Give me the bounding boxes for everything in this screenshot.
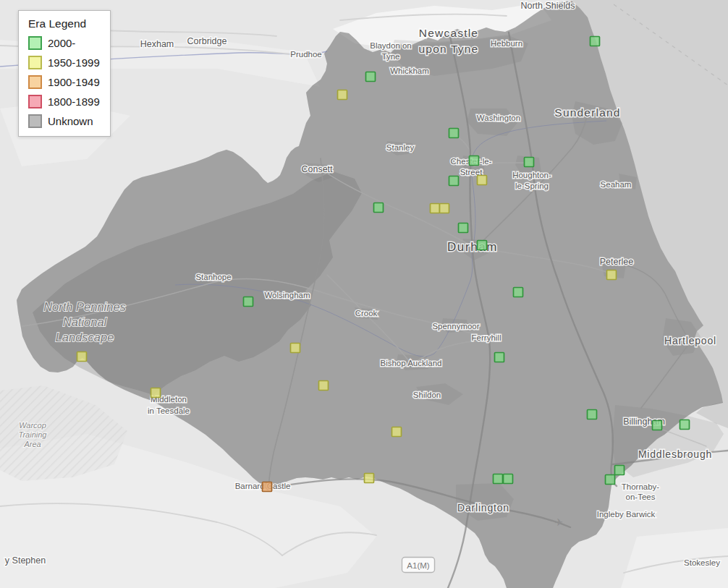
place-label-whickham: Whickham [390,67,429,75]
place-label-washington: Washington [477,114,520,122]
era-marker[interactable] [615,466,625,475]
legend-swatch-1950s [28,56,42,69]
era-marker[interactable] [431,204,440,213]
era-marker[interactable] [588,410,597,419]
place-label-ferryhill: Ferryhill [472,333,501,342]
era-marker[interactable] [494,474,503,484]
legend-swatch-unknown [28,114,42,128]
era-marker[interactable] [449,176,459,186]
era-marker[interactable] [440,204,449,213]
era-marker[interactable] [591,37,600,46]
era-marker[interactable] [470,156,479,166]
era-marker[interactable] [504,474,513,484]
era-marker[interactable] [607,270,617,280]
era-marker[interactable] [514,288,523,297]
era-marker[interactable] [291,344,300,353]
place-label-middlesbrough: Middlesbrough [638,448,712,460]
legend-row-1900s: 1900-1949 [28,75,104,89]
era-marker[interactable] [392,427,402,437]
place-label-durham: Durham [447,240,498,254]
era-marker[interactable] [365,474,374,483]
place-label-hexham: Hexham [140,39,174,49]
era-marker[interactable] [449,129,459,138]
era-marker[interactable] [525,158,534,167]
era-marker[interactable] [478,241,487,250]
place-label-shildon: Shildon [413,391,441,399]
era-marker[interactable] [459,223,468,233]
place-label-prudhoe: Prudhoe [290,50,321,59]
place-label-stanhope: Stanhope [195,273,231,281]
place-label-corbridge: Corbridge [187,36,227,46]
era-marker[interactable] [338,90,347,100]
place-label-hartlepool: Hartlepool [664,335,716,346]
place-label-hebburn: Hebburn [491,39,522,48]
era-marker[interactable] [244,297,253,307]
legend-label-1800s: 1800-1899 [48,95,100,108]
legend-label-2000s: 2000- [48,37,75,49]
road-badge-a1m: A1(M) [402,558,435,573]
legend-row-1800s: 1800-1899 [28,95,104,108]
place-label-crook: Crook [355,309,378,318]
era-marker[interactable] [263,482,272,492]
legend-label-unknown: Unknown [48,115,93,127]
place-label-ingleby-barwick: Ingleby Barwick [597,510,656,519]
road-badge-text: A1(M) [407,561,429,570]
era-marker[interactable] [653,421,662,430]
legend-label-1900s: 1900-1949 [48,76,100,88]
era-marker[interactable] [495,353,504,362]
place-label-consett: Consett [301,164,333,174]
map-app: A1(M) ✈ North ShieldsHexhamCorbridgePrud… [0,0,728,588]
legend-row-2000s: 2000- [28,36,104,50]
legend-row-unknown: Unknown [28,114,104,128]
era-marker[interactable] [478,176,487,185]
place-label-spennymoor: Spennymoor [432,322,479,331]
era-marker[interactable] [366,72,376,82]
era-marker[interactable] [374,203,384,213]
place-label-kirkby-stephen-partial: y Stephen [5,555,46,566]
era-marker[interactable] [680,420,690,430]
place-label-bishop-auckland: Bishop Auckland [380,359,441,367]
era-legend: Era Legend 2000- 1950-1999 1900-1949 180… [18,10,111,137]
legend-swatch-2000s [28,36,42,50]
era-marker[interactable] [319,381,329,391]
era-marker[interactable] [606,475,615,485]
place-label-stokesley: Stokesley [684,558,720,567]
era-marker[interactable] [151,388,161,398]
place-label-wolsingham: Wolsingham [264,291,310,299]
place-label-sunderland: Sunderland [554,106,620,119]
era-legend-title: Era Legend [28,17,104,30]
legend-swatch-1800s [28,95,42,108]
era-marker[interactable] [77,352,87,362]
legend-swatch-1900s [28,75,42,89]
place-label-seaham: Seaham [601,180,632,189]
place-label-peterlee: Peterlee [600,257,634,267]
legend-row-1950s: 1950-1999 [28,56,104,69]
legend-label-1950s: 1950-1999 [48,56,100,69]
place-label-north-shields: North Shields [520,1,575,11]
place-label-darlington: Darlington [457,502,509,514]
place-label-stanley: Stanley [386,143,415,152]
airport-icon: ✈ [554,516,563,528]
